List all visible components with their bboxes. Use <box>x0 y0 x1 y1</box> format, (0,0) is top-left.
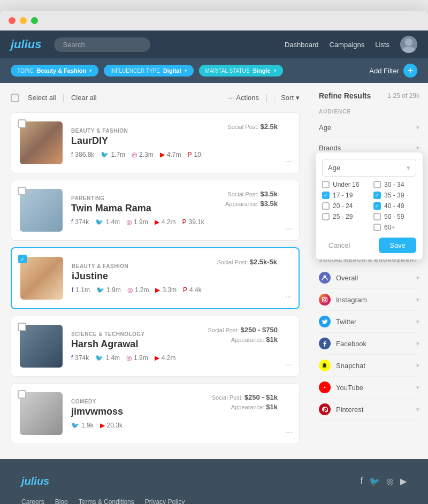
nav-lists[interactable]: Lists <box>375 41 389 49</box>
age-label-25-29: 25 - 29 <box>333 213 353 220</box>
add-filter-button[interactable]: + <box>403 64 417 78</box>
age-option-under16[interactable]: Under 16 <box>322 181 365 188</box>
social-filter-instagram[interactable]: Instagram ▾ <box>319 289 419 311</box>
overall-chevron-icon: ▾ <box>416 274 419 281</box>
age-option-20-24[interactable]: 20 - 24 <box>322 202 365 210</box>
actions-button[interactable]: ··· Actions <box>228 94 259 102</box>
social-filter-snapchat[interactable]: Snapchat ▾ <box>319 355 419 377</box>
footer-link-terms[interactable]: Terms & Conditions <box>79 498 134 504</box>
age-label-35-39: 35 - 39 <box>384 192 404 199</box>
social-filter-youtube[interactable]: YouTube ▾ <box>319 377 419 399</box>
card-more-icon-4[interactable]: ··· <box>286 360 293 370</box>
card-avatar-4 <box>20 325 63 368</box>
search-input[interactable] <box>54 37 150 52</box>
footer-youtube-icon[interactable]: ▶ <box>400 476 407 486</box>
age-checkbox-17-19[interactable]: ✓ <box>322 192 330 199</box>
twitter-icon: 🐦 <box>101 151 109 158</box>
filter-tag-influencer-type[interactable]: INFLUENCER TYPE Digital ▾ <box>104 65 193 77</box>
youtube-social-icon <box>319 381 331 393</box>
social-filter-left-pinterest: Pinterest <box>319 403 363 415</box>
age-label-30-34: 30 - 34 <box>384 181 404 188</box>
save-button[interactable]: Save <box>379 238 416 253</box>
age-checkbox-60plus[interactable] <box>373 224 381 231</box>
social-filter-twitter[interactable]: Twitter ▾ <box>319 311 419 333</box>
select-all-checkbox[interactable] <box>11 94 19 102</box>
social-filter-overall[interactable]: Overall ▾ <box>319 267 419 289</box>
card-more-icon-3[interactable]: ··· <box>285 292 292 302</box>
card-more-icon-2[interactable]: ··· <box>286 224 293 234</box>
filter-tag-topic-value: Beauty & Fashion <box>36 67 86 74</box>
age-filter-row[interactable]: Age ▾ <box>319 119 419 137</box>
age-option-60plus[interactable]: 60+ <box>373 224 416 231</box>
sort-button[interactable]: Sort ▾ <box>274 94 300 102</box>
age-dropdown-popup: Age ▾ Under 16 30 - 34 ✓ 17 - 19 <box>316 152 423 259</box>
brands-filter-label: Brands <box>319 144 341 152</box>
footer-twitter-icon[interactable]: 🐦 <box>369 476 380 486</box>
nav-links: Dashboard Campaigns Lists <box>285 36 417 53</box>
card-checkbox-1[interactable] <box>18 119 26 128</box>
social-filter-left-overall: Overall <box>319 272 358 284</box>
maximize-dot[interactable] <box>31 17 38 24</box>
toolbar-separator-2: | <box>265 93 268 103</box>
age-option-25-29[interactable]: 25 - 29 <box>322 213 365 220</box>
clear-all-button[interactable]: Clear all <box>67 91 101 104</box>
age-checkbox-under16[interactable] <box>322 181 330 188</box>
footer-facebook-icon[interactable]: f <box>361 476 363 486</box>
footer-instagram-icon[interactable]: ◎ <box>386 476 394 486</box>
age-option-35-39[interactable]: ✓ 35 - 39 <box>373 192 416 199</box>
card-avatar-5 <box>20 392 63 435</box>
age-select-label: Age <box>328 164 340 172</box>
influencer-card-3[interactable]: ✓ BEAUTY & FASHION iJustine f1.1m 🐦1.9m … <box>11 247 300 309</box>
age-checkbox-25-29[interactable] <box>322 213 330 220</box>
youtube-icon-3: ▶ <box>155 286 160 294</box>
card-checkbox-3[interactable]: ✓ <box>18 255 27 263</box>
instagram-icon-4: ◎ <box>126 354 132 362</box>
chevron-down-icon: ▾ <box>89 68 92 73</box>
age-checkbox-40-49[interactable]: ✓ <box>373 202 381 210</box>
close-dot[interactable] <box>9 17 16 24</box>
influencer-card[interactable]: BEAUTY & FASHION LaurDIY f386.8k 🐦1.7m ◎… <box>11 112 300 173</box>
instagram-icon-3: ◎ <box>127 286 133 294</box>
card-checkbox-2[interactable] <box>18 187 26 195</box>
footer-link-blog[interactable]: Blog <box>55 498 68 504</box>
age-select[interactable]: Age ▾ <box>322 159 416 177</box>
youtube-icon-2: ▶ <box>155 218 159 226</box>
minimize-dot[interactable] <box>20 17 27 24</box>
list-section: Select all | Clear all ··· Actions | Sor… <box>0 83 310 459</box>
social-filter-facebook[interactable]: Facebook ▾ <box>319 333 419 355</box>
age-option-40-49[interactable]: ✓ 40 - 49 <box>373 202 416 210</box>
card-checkbox-4[interactable] <box>18 323 26 331</box>
stat-youtube-1: ▶4.7m <box>160 151 181 158</box>
influencer-card-2[interactable]: PARENTING Twin Mama Rama f374k 🐦1.4m ◎1.… <box>11 180 300 241</box>
footer-link-privacy[interactable]: Privacy Policy <box>145 498 185 504</box>
card-more-icon-1[interactable]: ··· <box>286 157 293 166</box>
card-checkbox-5[interactable] <box>18 390 26 399</box>
toolbar-separator: | <box>63 93 65 103</box>
filter-tag-marital-status[interactable]: MARITAL STATUS Single ▾ <box>199 65 283 77</box>
age-checkbox-35-39[interactable]: ✓ <box>373 192 381 199</box>
nav-avatar[interactable] <box>400 36 417 53</box>
nav-campaigns[interactable]: Campaigns <box>330 41 365 49</box>
svg-point-5 <box>326 298 326 299</box>
social-filter-pinterest[interactable]: Pinterest ▾ <box>319 399 419 421</box>
card-pricing-4: Social Post: $250 - $750 Appearance: $1k <box>208 325 278 344</box>
card-more-icon-5[interactable]: ··· <box>286 427 293 437</box>
instagram-icon: ◎ <box>132 151 137 158</box>
age-checkbox-50-59[interactable] <box>373 213 381 220</box>
youtube-icon-4: ▶ <box>155 354 159 362</box>
age-checkbox-30-34[interactable] <box>373 181 381 188</box>
age-option-50-59[interactable]: 50 - 59 <box>373 213 416 220</box>
age-option-30-34[interactable]: 30 - 34 <box>373 181 416 188</box>
footer-link-careers[interactable]: Careers <box>21 498 44 504</box>
list-toolbar: Select all | Clear all ··· Actions | Sor… <box>11 91 300 104</box>
influencer-card-5[interactable]: COMEDY jimvwmoss 🐦1.9k ▶20.3k Social Pos… <box>11 383 300 444</box>
cancel-button[interactable]: Cancel <box>322 238 356 253</box>
select-all-button[interactable]: Select all <box>24 91 60 104</box>
nav-dashboard[interactable]: Dashboard <box>285 41 319 49</box>
refine-header: Refine Results 1-25 of 29k <box>319 91 419 100</box>
influencer-card-4[interactable]: SCIENCE & TECHNOLOGY Harsh Agrawal f374k… <box>11 316 300 377</box>
age-checkbox-20-24[interactable] <box>322 202 330 210</box>
age-option-17-19[interactable]: ✓ 17 - 19 <box>322 192 365 199</box>
age-label-under16: Under 16 <box>333 181 359 188</box>
filter-tag-topic[interactable]: TOPIC Beauty & Fashion ▾ <box>11 65 98 77</box>
